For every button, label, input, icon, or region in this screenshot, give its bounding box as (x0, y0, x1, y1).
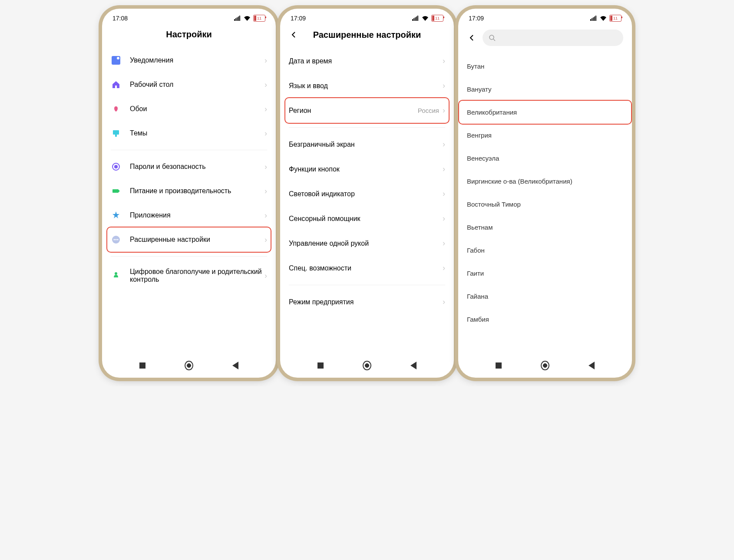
status-bar: 17:09 11 (458, 9, 632, 24)
svg-point-17 (115, 272, 117, 275)
nav-home[interactable] (541, 361, 549, 370)
chevron-right-icon: › (265, 105, 267, 114)
status-time: 17:08 (112, 15, 128, 22)
chevron-right-icon: › (265, 271, 267, 280)
navigation-bar (280, 355, 454, 378)
nav-recent[interactable] (316, 361, 325, 370)
svg-rect-2 (237, 17, 238, 21)
region-item[interactable]: Гаити (458, 262, 632, 285)
settings-item-accessibility[interactable]: Спец. возможности › (289, 256, 445, 280)
settings-item-apps[interactable]: Приложения › (111, 203, 267, 227)
region-item[interactable]: Виргинские о-ва (Великобритания) (458, 170, 632, 193)
wifi-icon (244, 16, 251, 21)
svg-rect-19 (413, 18, 414, 21)
region-item[interactable]: Восточный Тимор (458, 193, 632, 216)
battery-icon: 11 (253, 15, 265, 22)
apps-icon (111, 210, 121, 221)
svg-rect-0 (234, 19, 235, 21)
wifi-icon (600, 16, 607, 21)
advanced-icon (111, 234, 121, 245)
battery-icon: 11 (609, 15, 622, 22)
divider (289, 285, 445, 285)
status-bar: 17:09 11 (280, 9, 454, 24)
settings-item-wallpaper[interactable]: Обои › (111, 97, 267, 121)
region-list[interactable]: Бутан Вануату Великобритания Венгрия Вен… (458, 55, 632, 355)
back-button[interactable] (289, 30, 299, 40)
settings-item-region[interactable]: Регион Россия › (289, 98, 445, 123)
svg-point-14 (114, 239, 115, 240)
signal-icon (590, 16, 597, 21)
content[interactable]: Дата и время › Язык и ввод › Регион Росс… (280, 49, 454, 355)
svg-point-16 (117, 239, 119, 240)
svg-rect-3 (238, 16, 239, 21)
nav-recent[interactable] (494, 361, 503, 370)
svg-rect-4 (239, 16, 240, 21)
settings-item-security[interactable]: Пароли и безопасность › (111, 155, 267, 179)
svg-rect-1 (235, 18, 236, 21)
region-item-uk[interactable]: Великобритания (458, 100, 632, 125)
svg-rect-20 (415, 17, 416, 21)
svg-rect-11 (112, 189, 119, 193)
search-input[interactable] (483, 30, 623, 46)
chevron-right-icon: › (443, 297, 445, 306)
region-item[interactable]: Гамбия (458, 308, 632, 331)
wifi-icon (422, 16, 429, 21)
svg-rect-7 (113, 130, 119, 135)
divider (111, 256, 267, 257)
page-title: Настройки (111, 30, 267, 40)
settings-item-enterprise[interactable]: Режим предприятия › (289, 290, 445, 314)
settings-item-themes[interactable]: Темы › (111, 121, 267, 145)
settings-item-power[interactable]: Питание и производительность › (111, 179, 267, 203)
region-item[interactable]: Габон (458, 239, 632, 262)
highlight-advanced: Расширенные настройки › (106, 227, 271, 253)
svg-rect-12 (119, 190, 119, 192)
signal-icon (234, 16, 241, 21)
settings-item-led[interactable]: Световой индикатор › (289, 181, 445, 206)
settings-item-wellbeing[interactable]: Цифровое благополучие и родительский кон… (111, 261, 267, 290)
settings-item-onehand[interactable]: Управление одной рукой › (289, 231, 445, 256)
content[interactable]: Уведомления › Рабочий стол › Обои › Темы… (102, 48, 276, 355)
region-item[interactable]: Венгрия (458, 124, 632, 147)
nav-back[interactable] (231, 361, 240, 370)
region-value: Россия (418, 107, 439, 114)
svg-rect-25 (593, 17, 594, 21)
settings-item-language[interactable]: Язык и ввод › (289, 73, 445, 98)
chevron-right-icon: › (443, 81, 445, 90)
settings-item-fullscreen[interactable]: Безграничный экран › (289, 132, 445, 157)
page-title: Расширенные настройки (299, 30, 435, 40)
phone-settings: 17:08 11 Настройки Уведомления › Рабочий… (102, 9, 276, 378)
chevron-right-icon: › (443, 56, 445, 66)
svg-point-6 (117, 57, 119, 59)
nav-back[interactable] (587, 361, 596, 370)
nav-recent[interactable] (138, 361, 147, 370)
svg-line-29 (493, 39, 495, 41)
settings-item-buttons[interactable]: Функции кнопок › (289, 157, 445, 181)
svg-rect-22 (417, 16, 418, 21)
settings-item-touch-assist[interactable]: Сенсорный помощник › (289, 206, 445, 231)
settings-item-datetime[interactable]: Дата и время › (289, 49, 445, 73)
settings-item-desktop[interactable]: Рабочий стол › (111, 72, 267, 97)
nav-home[interactable] (185, 361, 193, 370)
chevron-right-icon: › (443, 140, 445, 149)
chevron-right-icon: › (443, 106, 445, 115)
region-item[interactable]: Венесуэла (458, 147, 632, 170)
wellbeing-icon (111, 270, 121, 281)
back-button[interactable] (467, 33, 477, 43)
settings-item-notifications[interactable]: Уведомления › (111, 48, 267, 72)
region-item[interactable]: Бутан (458, 55, 632, 78)
region-item[interactable]: Вануату (458, 78, 632, 101)
settings-item-advanced[interactable]: Расширенные настройки › (111, 227, 267, 252)
svg-point-10 (114, 165, 118, 168)
navigation-bar (102, 355, 276, 378)
divider (289, 127, 445, 128)
svg-rect-18 (412, 19, 413, 21)
svg-rect-23 (590, 19, 591, 21)
region-item[interactable]: Гайана (458, 285, 632, 308)
battery-icon (111, 186, 121, 196)
status-time: 17:09 (291, 15, 306, 22)
svg-rect-27 (595, 16, 596, 21)
chevron-right-icon: › (265, 211, 267, 220)
nav-home[interactable] (363, 361, 371, 370)
nav-back[interactable] (409, 361, 418, 370)
region-item[interactable]: Вьетнам (458, 216, 632, 239)
